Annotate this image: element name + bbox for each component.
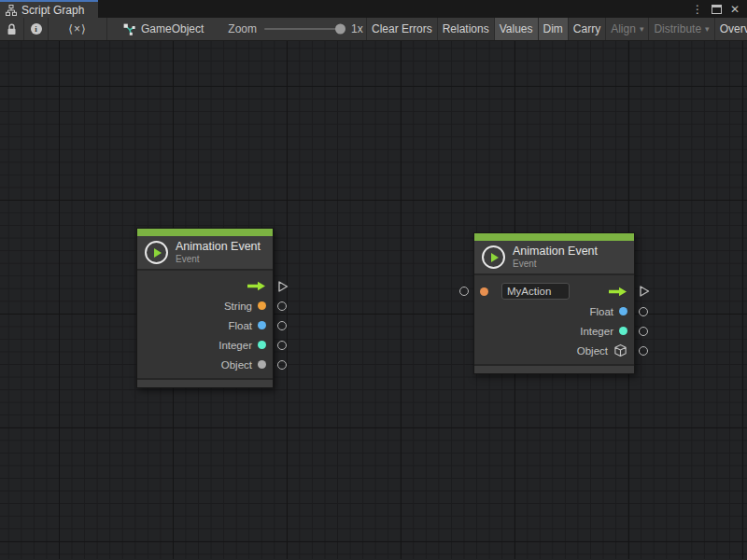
string-output-port[interactable] — [277, 301, 287, 311]
flow-output-port[interactable] — [639, 286, 650, 298]
graph-toolbar: i ⟨×⟩ GameObject Zoom 1x Clear Erro — [0, 18, 747, 41]
graph-canvas[interactable]: Animation Event Event String — [0, 41, 747, 559]
graph-context-icon — [122, 22, 135, 35]
float-output-port[interactable] — [639, 307, 648, 316]
script-graph-icon — [6, 5, 17, 16]
window-menu-icon[interactable]: ⋮ — [692, 4, 703, 15]
event-play-icon — [145, 241, 168, 264]
node-animation-event-2[interactable]: Animation Event Event Float — [473, 232, 635, 374]
graph-context[interactable]: GameObject — [122, 18, 204, 40]
node-subtitle: Event — [176, 254, 261, 265]
toolbar-separator — [106, 18, 107, 40]
zoom-control: Zoom 1x — [228, 18, 362, 40]
context-label: GameObject — [141, 22, 204, 35]
tab-title: Script Graph — [21, 4, 84, 17]
node-color-bar — [137, 229, 273, 236]
port-row-integer: Integer — [474, 321, 634, 341]
button-label: Dim — [543, 22, 563, 35]
code-icon: ⟨×⟩ — [68, 22, 86, 35]
node-header[interactable]: Animation Event Event — [137, 236, 273, 271]
port-row-integer: Integer — [137, 335, 273, 355]
object-output-port[interactable] — [277, 360, 287, 370]
dim-toggle[interactable]: Dim — [539, 18, 568, 40]
object-port-dot — [258, 360, 266, 369]
info-icon: i — [31, 23, 42, 35]
button-label: Overv — [720, 22, 747, 35]
node-subtitle: Event — [513, 259, 598, 270]
float-output-port[interactable] — [277, 321, 287, 330]
lock-button[interactable] — [0, 18, 23, 40]
distribute-dropdown[interactable]: Distribute ▾ — [649, 18, 713, 40]
port-row-string: String — [137, 296, 273, 315]
toolbar-left-group: i ⟨×⟩ GameObject Zoom 1x — [0, 18, 366, 40]
align-dropdown[interactable]: Align ▾ — [606, 18, 648, 40]
node-body: String Float Integer Object — [137, 271, 273, 378]
port-label: Object — [577, 345, 608, 357]
cube-icon — [613, 343, 627, 357]
port-row-float: Float — [474, 301, 634, 321]
lock-icon — [7, 23, 17, 35]
chevron-down-icon: ▾ — [705, 24, 710, 34]
integer-port-dot — [258, 341, 266, 349]
node-title: Animation Event — [176, 240, 261, 254]
button-label: Relations — [443, 22, 489, 35]
float-port-dot — [258, 321, 266, 329]
code-view-button[interactable]: ⟨×⟩ — [49, 18, 106, 40]
node-footer — [474, 364, 634, 373]
flow-output-port[interactable] — [277, 280, 289, 292]
toolbar-button-group: Clear Errors Relations Values Dim Carry … — [366, 18, 747, 40]
zoom-value: 1x — [351, 22, 363, 35]
node-color-bar — [474, 233, 634, 241]
port-row-float: Float — [137, 315, 273, 335]
close-icon[interactable]: ✕ — [730, 4, 740, 15]
string-port-dot — [258, 301, 266, 310]
name-port-dot — [480, 287, 488, 296]
node-footer — [137, 378, 273, 387]
button-label: Distribute — [654, 22, 701, 35]
button-label: Values — [500, 22, 533, 35]
chevron-down-icon: ▾ — [640, 24, 644, 34]
info-button[interactable]: i — [24, 18, 48, 40]
flow-arrow-icon — [247, 281, 266, 291]
event-name-field[interactable] — [501, 283, 570, 300]
zoom-label: Zoom — [228, 22, 257, 35]
event-play-icon — [482, 245, 505, 269]
relations-button[interactable]: Relations — [438, 18, 494, 40]
node-title: Animation Event — [513, 245, 598, 259]
port-label: Integer — [218, 340, 252, 351]
button-label: Align — [611, 22, 636, 35]
port-label: Object — [221, 359, 252, 371]
port-label: Float — [589, 306, 613, 317]
carry-toggle[interactable]: Carry — [569, 18, 605, 40]
overview-button[interactable]: Overv — [715, 18, 747, 40]
window-controls: ⋮ ✕ — [692, 0, 747, 18]
button-label: Clear Errors — [372, 22, 432, 35]
port-label: Float — [228, 320, 252, 331]
port-label: String — [224, 301, 252, 312]
zoom-slider-handle[interactable] — [335, 24, 345, 35]
window-tab-bar: Script Graph ⋮ ✕ — [0, 0, 747, 18]
port-row-object: Object — [137, 355, 273, 374]
port-label: Integer — [580, 326, 613, 337]
maximize-icon[interactable] — [712, 5, 722, 14]
flow-arrow-icon — [608, 287, 627, 297]
port-row-object: Object — [474, 341, 634, 360]
values-toggle[interactable]: Values — [495, 18, 538, 40]
integer-port-dot — [619, 327, 627, 335]
port-row-flow-out — [137, 276, 273, 296]
clear-errors-button[interactable]: Clear Errors — [367, 18, 437, 40]
node-header[interactable]: Animation Event Event — [474, 241, 634, 275]
node-animation-event-1[interactable]: Animation Event Event String — [136, 228, 274, 388]
name-input-port[interactable] — [459, 287, 469, 296]
object-output-port[interactable] — [639, 346, 648, 356]
button-label: Carry — [573, 22, 600, 35]
port-row-name-input — [474, 281, 634, 301]
tab-script-graph[interactable]: Script Graph — [0, 0, 98, 18]
float-port-dot — [619, 307, 627, 315]
integer-output-port[interactable] — [639, 327, 648, 336]
zoom-slider[interactable] — [264, 28, 343, 30]
node-body: Float Integer Object — [474, 275, 634, 364]
integer-output-port[interactable] — [277, 341, 287, 350]
